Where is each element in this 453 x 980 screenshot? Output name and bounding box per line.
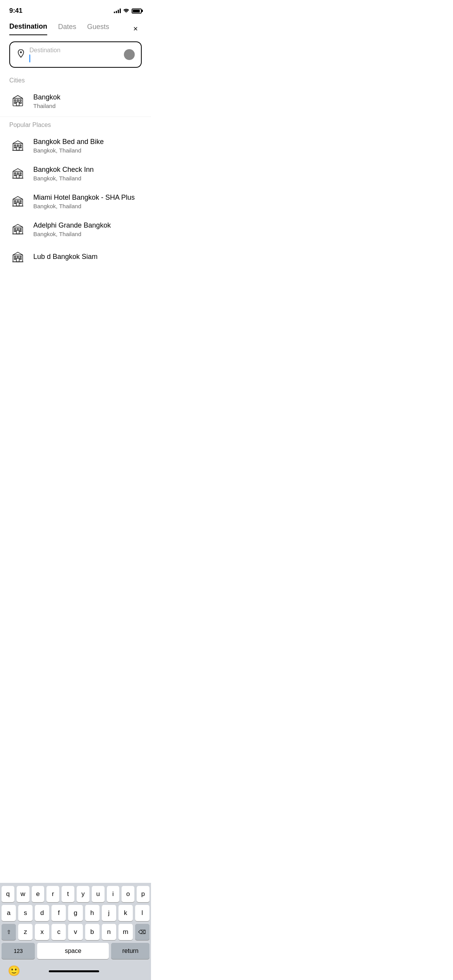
svg-rect-10 — [14, 145, 16, 146]
svg-rect-43 — [17, 256, 19, 257]
cities-header: Cities — [0, 74, 151, 87]
svg-rect-15 — [16, 147, 19, 151]
signal-icon — [114, 9, 121, 13]
svg-rect-42 — [14, 256, 16, 257]
tab-guests[interactable]: Guests — [87, 23, 109, 35]
text-cursor — [29, 55, 30, 62]
svg-rect-38 — [20, 231, 21, 232]
status-bar: 9:41 — [0, 0, 151, 19]
city-name: Bangkok — [33, 93, 60, 102]
search-placeholder: Destination — [29, 47, 120, 54]
place-item-1[interactable]: Bangkok Check Inn Bangkok, Thailand — [0, 159, 151, 187]
city-sub: Thailand — [33, 103, 60, 109]
pin-icon — [16, 49, 26, 60]
place-sub-2: Bangkok, Thailand — [33, 203, 135, 209]
svg-rect-7 — [20, 102, 21, 104]
svg-rect-11 — [17, 145, 19, 146]
svg-rect-23 — [16, 175, 19, 178]
svg-rect-4 — [17, 99, 19, 101]
place-item-0[interactable]: Bangkok Bed and Bike Bangkok, Thailand — [0, 132, 151, 159]
svg-rect-29 — [14, 203, 16, 204]
building-icon — [9, 93, 26, 110]
place-name-3: Adelphi Grande Bangkok — [33, 221, 111, 230]
place-name-1: Bangkok Check Inn — [33, 165, 94, 174]
hotel-icon-3 — [9, 221, 26, 238]
section-divider-1 — [0, 117, 151, 117]
svg-rect-8 — [16, 102, 19, 106]
svg-rect-39 — [16, 231, 19, 234]
status-icons — [114, 8, 142, 14]
svg-rect-37 — [14, 231, 16, 232]
svg-rect-46 — [20, 259, 21, 260]
svg-rect-3 — [14, 99, 16, 101]
place-sub-3: Bangkok, Thailand — [33, 231, 111, 237]
svg-rect-34 — [14, 228, 16, 230]
place-name-2: Miami Hotel Bangkok - SHA Plus — [33, 193, 135, 202]
tab-navigation: Destination Dates Guests × — [0, 19, 151, 35]
svg-rect-5 — [20, 99, 21, 101]
place-sub-1: Bangkok, Thailand — [33, 175, 94, 182]
svg-rect-31 — [16, 203, 19, 206]
close-button[interactable]: × — [129, 22, 142, 35]
hotel-icon-4 — [9, 248, 26, 266]
svg-rect-6 — [14, 102, 16, 104]
svg-rect-26 — [14, 200, 16, 202]
hotel-icon-1 — [9, 165, 26, 182]
tab-dates[interactable]: Dates — [58, 23, 76, 35]
search-box[interactable]: Destination — [9, 41, 142, 68]
svg-rect-22 — [20, 175, 21, 176]
popular-places-header: Popular Places — [0, 118, 151, 132]
svg-rect-21 — [14, 175, 16, 176]
hotel-icon-2 — [9, 193, 26, 210]
wifi-icon — [123, 8, 129, 14]
svg-rect-35 — [17, 228, 19, 230]
mic-button[interactable] — [124, 49, 135, 60]
city-item-text: Bangkok Thailand — [33, 93, 60, 109]
destination-input[interactable]: Destination — [29, 47, 120, 62]
svg-rect-44 — [20, 256, 21, 257]
svg-rect-18 — [14, 173, 16, 174]
search-container: Destination — [9, 41, 142, 68]
place-name-4: Lub d Bangkok Siam — [33, 252, 98, 261]
city-item-bangkok[interactable]: Bangkok Thailand — [0, 87, 151, 115]
svg-point-0 — [126, 12, 127, 12]
svg-rect-13 — [14, 147, 16, 148]
svg-rect-27 — [17, 200, 19, 202]
svg-rect-20 — [20, 173, 21, 174]
svg-point-1 — [20, 51, 22, 53]
svg-rect-12 — [20, 145, 21, 146]
place-item-2[interactable]: Miami Hotel Bangkok - SHA Plus Bangkok, … — [0, 187, 151, 215]
tab-destination[interactable]: Destination — [9, 22, 47, 35]
svg-rect-30 — [20, 203, 21, 204]
svg-rect-28 — [20, 200, 21, 202]
hotel-icon-0 — [9, 137, 26, 154]
svg-rect-36 — [20, 228, 21, 230]
svg-rect-47 — [16, 259, 19, 262]
status-time: 9:41 — [9, 7, 22, 15]
svg-rect-45 — [14, 259, 16, 260]
place-item-4[interactable]: Lub d Bangkok Siam — [0, 243, 151, 271]
place-name-0: Bangkok Bed and Bike — [33, 137, 104, 146]
svg-rect-19 — [17, 173, 19, 174]
battery-icon — [132, 9, 142, 14]
place-item-3[interactable]: Adelphi Grande Bangkok Bangkok, Thailand — [0, 215, 151, 243]
place-sub-0: Bangkok, Thailand — [33, 147, 104, 154]
svg-rect-14 — [20, 147, 21, 148]
